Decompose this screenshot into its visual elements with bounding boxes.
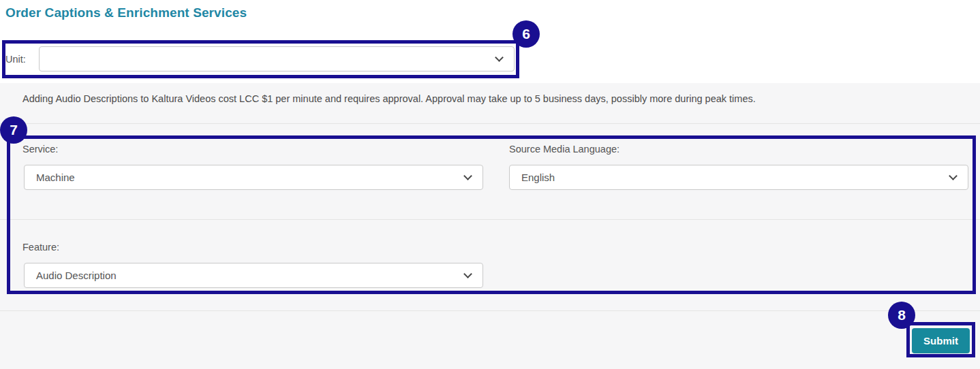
order-captions-page: Order Captions & Enrichment Services Uni…: [0, 0, 980, 369]
feature-label: Feature:: [22, 242, 59, 253]
content-panel: Adding Audio Descriptions to Kaltura Vid…: [0, 83, 980, 369]
chevron-down-icon: [495, 53, 504, 62]
feature-select-value: Audio Description: [36, 270, 117, 281]
feature-select[interactable]: Audio Description: [24, 263, 483, 288]
unit-label: Unit:: [5, 54, 26, 65]
service-select[interactable]: Machine: [24, 165, 483, 190]
divider: [0, 219, 980, 220]
annotation-step-badge: 6: [512, 20, 540, 48]
source-media-language-label: Source Media Language:: [509, 144, 619, 155]
divider: [0, 123, 980, 124]
unit-select[interactable]: [39, 46, 515, 71]
service-select-value: Machine: [36, 172, 75, 183]
source-media-language-select[interactable]: English: [509, 165, 968, 190]
cost-notice-text: Adding Audio Descriptions to Kaltura Vid…: [22, 93, 756, 104]
page-title: Order Captions & Enrichment Services: [5, 5, 247, 20]
chevron-down-icon: [949, 172, 958, 180]
submit-button[interactable]: Submit: [912, 328, 970, 353]
chevron-down-icon: [463, 172, 472, 180]
chevron-down-icon: [463, 270, 472, 278]
service-label: Service:: [22, 144, 58, 155]
divider: [0, 310, 980, 311]
source-media-language-select-value: English: [521, 172, 555, 183]
